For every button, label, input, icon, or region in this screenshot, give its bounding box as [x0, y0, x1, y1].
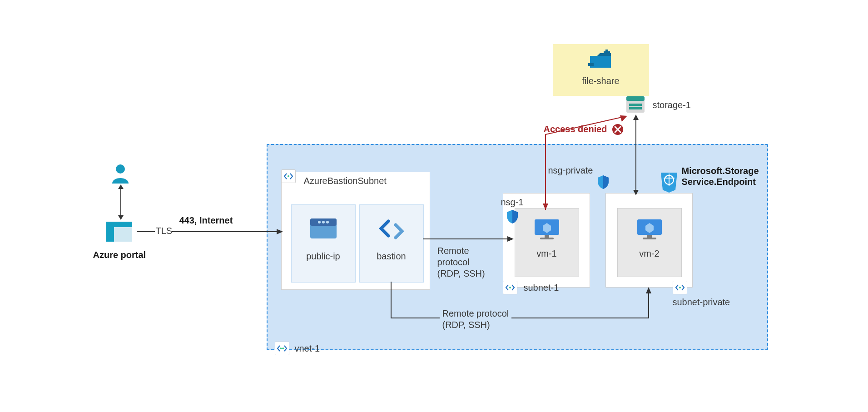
svg-rect-22: [106, 222, 132, 227]
user-portal-arrow: [117, 184, 125, 220]
svg-rect-23: [106, 227, 114, 242]
vm-2-box: vm-2: [617, 208, 682, 277]
access-denied-label: Access denied: [544, 124, 607, 134]
storage-icon: [625, 94, 646, 114]
public-ip-box: public-ip: [291, 204, 356, 283]
vm-2-label: vm-2: [618, 248, 681, 259]
svg-point-20: [116, 164, 125, 174]
internet-label: 443, Internet: [179, 215, 233, 226]
svg-marker-45: [620, 115, 627, 122]
remote-protocol-2b: (RDP, SSH): [442, 320, 490, 330]
azure-portal-icon: [104, 220, 136, 245]
public-ip-label: public-ip: [292, 251, 355, 262]
svg-point-4: [326, 221, 329, 223]
svg-rect-7: [545, 235, 549, 238]
remote-protocol-1a: Remote: [437, 246, 469, 256]
service-endpoint-icon: [659, 170, 679, 193]
service-endpoint-line1: Microsoft.Storage: [682, 166, 759, 176]
svg-rect-19: [629, 107, 642, 109]
portal-tls-line: [137, 231, 155, 232]
subnet-private-label: subnet-private: [673, 297, 730, 308]
svg-marker-32: [507, 236, 514, 242]
svg-rect-15: [588, 63, 594, 66]
svg-marker-33: [646, 287, 651, 293]
shield-icon: [506, 209, 519, 224]
svg-rect-14: [604, 51, 610, 54]
tls-label: TLS: [156, 226, 173, 236]
svg-point-3: [322, 221, 325, 223]
vnet-icon: [275, 342, 289, 355]
azure-portal-label: Azure portal: [93, 250, 146, 260]
svg-marker-25: [118, 184, 124, 189]
svg-rect-11: [647, 235, 652, 238]
bastion-vm1-arrow: [423, 235, 514, 243]
vm2-storage-arrow: [632, 114, 640, 195]
vnet-label: vnet-1: [295, 343, 320, 354]
denied-icon: [612, 124, 624, 135]
svg-marker-29: [277, 229, 283, 234]
vm-1-label: vm-1: [515, 248, 579, 259]
subnet-icon: [673, 281, 687, 294]
vm-1-box: vm-1: [515, 208, 579, 277]
svg-marker-44: [633, 190, 639, 195]
svg-marker-43: [633, 114, 639, 120]
svg-point-35: [679, 287, 681, 288]
file-share-box: file-share: [553, 44, 649, 96]
svg-rect-12: [643, 238, 656, 239]
svg-point-34: [509, 287, 511, 288]
subnet-icon: [503, 281, 517, 294]
svg-point-30: [288, 175, 289, 177]
storage-label: storage-1: [653, 100, 691, 110]
bastion-vm2-arrow: [390, 282, 653, 327]
user-icon: [111, 164, 129, 184]
svg-point-38: [283, 347, 284, 349]
service-endpoint-line2: Service.Endpoint: [682, 177, 756, 187]
public-ip-icon: [308, 216, 339, 243]
svg-rect-18: [629, 104, 642, 106]
bastion-box: bastion: [359, 204, 424, 283]
remote-protocol-1b: protocol: [437, 257, 470, 267]
subnet-1-label: subnet-1: [524, 283, 559, 293]
nsg-1-label: nsg-1: [501, 197, 524, 208]
svg-marker-26: [118, 215, 124, 220]
file-share-label: file-share: [553, 76, 649, 86]
vm-icon: [531, 217, 563, 242]
bastion-subnet-label: AzureBastionSubnet: [304, 176, 387, 186]
bastion-label: bastion: [360, 251, 423, 262]
vm-icon: [634, 217, 665, 242]
internet-arrow: [172, 228, 283, 235]
remote-protocol-1c: (RDP, SSH): [437, 268, 485, 278]
bastion-icon: [376, 216, 407, 243]
svg-point-2: [318, 221, 321, 223]
subnet-icon: [281, 169, 296, 183]
svg-rect-8: [540, 238, 554, 239]
remote-protocol-2a: Remote protocol: [442, 308, 509, 318]
svg-rect-17: [626, 96, 645, 101]
file-share-icon: [587, 49, 615, 71]
svg-marker-46: [543, 204, 548, 210]
